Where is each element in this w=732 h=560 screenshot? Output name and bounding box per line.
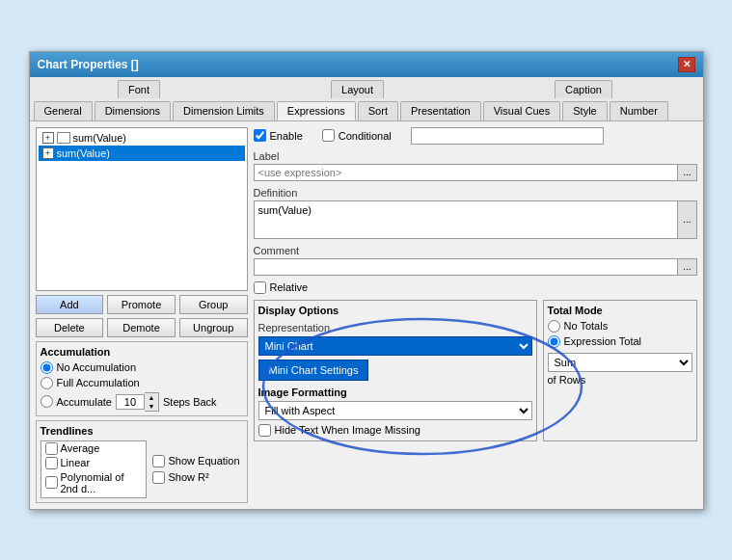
display-options-title: Display Options — [258, 305, 532, 316]
expression-total-label: Expression Total — [564, 335, 642, 347]
dialog-title: Chart Properties [] — [38, 58, 139, 71]
mini-chart-settings-button[interactable]: Mini Chart Settings — [258, 360, 369, 381]
trendline-average[interactable]: Average — [41, 441, 146, 456]
enable-checkbox[interactable] — [254, 129, 266, 142]
show-equation-label: Show Equation — [169, 455, 240, 467]
tab-sort[interactable]: Sort — [358, 101, 398, 120]
btn-row-top: Add Promote Group — [36, 295, 248, 314]
relative-checkbox[interactable] — [254, 281, 266, 294]
expression-total-radio[interactable] — [548, 335, 560, 348]
trendline-linear[interactable]: Linear — [41, 456, 146, 470]
trendlines-list[interactable]: Average Linear Polynomial of 2nd d... — [41, 440, 147, 498]
label-input[interactable] — [254, 164, 678, 181]
comment-input-row: ... — [254, 258, 697, 276]
label-btn[interactable]: ... — [677, 164, 696, 181]
show-equation-row: Show Equation — [152, 455, 240, 467]
steps-spinner: ▲ ▼ — [116, 392, 159, 412]
close-button[interactable]: ✕ — [678, 57, 695, 72]
group-button[interactable]: Group — [179, 295, 248, 314]
add-button[interactable]: Add — [36, 295, 104, 314]
tab-presentation[interactable]: Presentation — [400, 101, 481, 120]
demote-button[interactable]: Demote — [107, 318, 176, 337]
trendline-linear-check[interactable] — [45, 457, 58, 469]
delete-button[interactable]: Delete — [36, 318, 104, 337]
no-accumulation-row: No Accumulation — [41, 361, 243, 374]
representation-select[interactable]: Mini Chart — [258, 336, 532, 356]
trendline-linear-label: Linear — [61, 457, 91, 468]
trendline-poly[interactable]: Polynomial of 2nd d... — [41, 470, 146, 495]
content-area: + sum(Value) + sum(Value) Add Promote Gr… — [30, 121, 703, 509]
expand-icon-1[interactable]: + — [42, 132, 54, 144]
chart-properties-dialog: Chart Properties [] ✕ Font Layout Captio… — [29, 51, 704, 510]
show-r2-check[interactable] — [152, 471, 165, 484]
relative-row: Relative — [254, 281, 697, 294]
promote-button[interactable]: Promote — [107, 295, 176, 314]
expand-icon-2[interactable]: + — [42, 147, 54, 159]
accumulate-radio[interactable] — [41, 395, 53, 408]
image-formatting-select-row: Fill with Aspect — [258, 401, 532, 420]
definition-box[interactable]: sum(Value) — [254, 200, 678, 239]
tab-caption[interactable]: Caption — [555, 80, 612, 98]
expression-list[interactable]: + sum(Value) + sum(Value) — [36, 127, 248, 291]
title-bar: Chart Properties [] ✕ — [30, 52, 703, 77]
conditional-input[interactable] — [411, 127, 604, 145]
comment-input[interactable] — [254, 258, 678, 276]
no-totals-radio[interactable] — [548, 320, 560, 333]
right-panel: Enable Conditional Label ... Definition — [254, 127, 697, 503]
conditional-label: Conditional — [339, 130, 392, 142]
show-r2-row: Show R² — [152, 471, 240, 484]
expr-item-2[interactable]: + sum(Value) — [39, 146, 245, 161]
tab-layout[interactable]: Layout — [331, 80, 384, 98]
comment-btn[interactable]: ... — [677, 258, 696, 276]
accumulation-box: Accumulation No Accumulation Full Accumu… — [36, 341, 248, 416]
sum-select[interactable]: Sum — [548, 353, 692, 372]
relative-label: Relative — [270, 281, 309, 293]
bottom-tab-row: General Dimensions Dimension Limits Expr… — [30, 98, 703, 120]
enable-check-label: Enable — [254, 129, 303, 142]
hide-text-checkbox[interactable] — [258, 424, 271, 437]
node-icon-1 — [57, 132, 70, 144]
accumulate-label: Accumulate — [57, 396, 112, 408]
full-accumulation-radio[interactable] — [41, 377, 53, 389]
steps-input[interactable] — [116, 394, 145, 410]
steps-label: Steps Back — [163, 396, 217, 408]
ungroup-button[interactable]: Ungroup — [179, 318, 248, 337]
trendlines-options: Show Equation Show R² — [152, 440, 240, 498]
image-formatting-title: Image Formatting — [258, 387, 532, 398]
tab-dimension-limits[interactable]: Dimension Limits — [173, 101, 275, 120]
expression-total-row: Expression Total — [548, 335, 692, 348]
spinner-down[interactable]: ▼ — [145, 402, 158, 411]
tab-expressions[interactable]: Expressions — [277, 101, 356, 120]
label-field-title: Label — [254, 150, 697, 162]
trendlines-box: Trendlines Average Linear Po — [36, 420, 248, 503]
tab-general[interactable]: General — [34, 101, 93, 120]
trendlines-content: Average Linear Polynomial of 2nd d... — [41, 440, 243, 498]
trendlines-title: Trendlines — [41, 425, 243, 437]
of-rows-label: of Rows — [548, 374, 692, 386]
expr-item-1[interactable]: + sum(Value) — [39, 130, 245, 146]
definition-btn[interactable]: ... — [677, 200, 696, 239]
image-formatting-select[interactable]: Fill with Aspect — [258, 401, 532, 420]
enable-row: Enable Conditional — [254, 127, 697, 145]
trendline-poly-check[interactable] — [45, 476, 58, 489]
tab-dimensions[interactable]: Dimensions — [95, 101, 171, 120]
conditional-check-label: Conditional — [322, 129, 392, 142]
left-panel: + sum(Value) + sum(Value) Add Promote Gr… — [36, 127, 248, 503]
trendline-average-check[interactable] — [45, 442, 58, 455]
tab-bar: Font Layout Caption General Dimensions D… — [30, 77, 703, 121]
tab-style[interactable]: Style — [562, 101, 607, 120]
tab-number[interactable]: Number — [610, 101, 668, 120]
accumulate-row: Accumulate ▲ ▼ Steps Back — [41, 392, 243, 412]
show-equation-check[interactable] — [152, 455, 165, 467]
comment-section: Comment ... — [254, 245, 697, 276]
full-accumulation-label: Full Accumulation — [57, 377, 140, 388]
tab-visual-cues[interactable]: Visual Cues — [483, 101, 561, 120]
tab-font[interactable]: Font — [118, 80, 160, 98]
full-accumulation-row: Full Accumulation — [41, 377, 243, 389]
btn-row-bottom: Delete Demote Ungroup — [36, 318, 248, 337]
hide-text-label: Hide Text When Image Missing — [275, 424, 420, 436]
spinner-up[interactable]: ▲ — [145, 393, 158, 402]
definition-value: sum(Value) — [258, 204, 312, 216]
no-accumulation-radio[interactable] — [41, 361, 53, 374]
conditional-checkbox[interactable] — [322, 129, 335, 142]
